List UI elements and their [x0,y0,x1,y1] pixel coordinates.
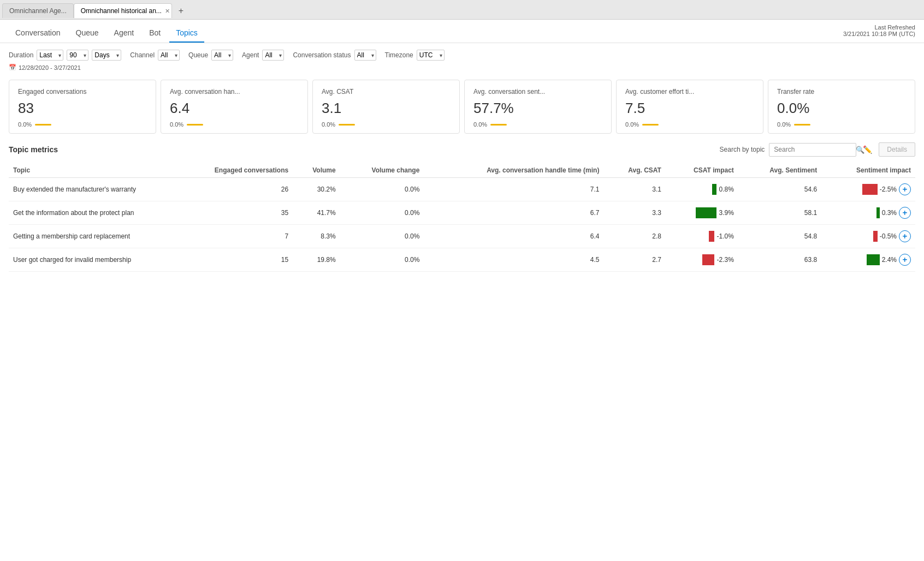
conv-status-select[interactable]: All [354,50,376,61]
avg-csat-value: 3.3 [603,201,666,225]
kpi-title-2: Avg. CSAT [322,88,451,96]
conv-status-label: Conversation status [293,51,351,59]
kpi-card-2: Avg. CSAT 3.1 0.0% [312,80,460,134]
duration-days-select[interactable]: 90 [67,50,88,61]
avg-handle-value: 6.7 [424,201,603,225]
duration-days-dropdown[interactable]: 90 [67,50,88,61]
csat-impact-value: 3.9% [719,209,733,217]
kpi-value-2: 3.1 [322,100,451,117]
engaged-value: 15 [170,248,293,272]
avg-csat-value: 2.8 [603,225,666,248]
search-box[interactable]: 🔍 [769,143,856,157]
nav-topics[interactable]: Topics [169,24,204,43]
nav-conversation[interactable]: Conversation [9,24,67,43]
topic-table: Topic Engaged conversations Volume Volum… [9,163,915,272]
volume-change-value: 0.0% [340,201,424,225]
tab-2-close[interactable]: ✕ [165,8,170,15]
kpi-bar-5 [794,124,810,126]
queue-select[interactable]: All [211,50,233,61]
kpi-footer-0: 0.0% [18,121,147,128]
tab-2[interactable]: Omnichannel historical an... ✕ [74,3,172,18]
csat-impact-cell: 0.8% [666,178,738,201]
kpi-card-1: Avg. conversation han... 6.4 0.0% [161,80,308,134]
engaged-value: 26 [170,178,293,201]
details-button[interactable]: Details [879,142,915,157]
row-action-icon-1[interactable] [899,207,911,219]
agent-dropdown[interactable]: All [262,50,284,61]
nav-bot[interactable]: Bot [143,24,167,43]
col-avg-handle: Avg. conversation handle time (min) [424,163,603,178]
engaged-value: 35 [170,201,293,225]
kpi-title-1: Avg. conversation han... [170,88,299,96]
volume-value: 19.8% [293,248,340,272]
volume-change-value: 0.0% [340,225,424,248]
row-action-icon-0[interactable] [899,183,911,195]
avg-csat-value: 3.1 [603,178,666,201]
avg-handle-value: 4.5 [424,248,603,272]
sentiment-bar-pos [876,207,880,218]
agent-filter-group: Agent All [242,50,284,61]
pen-icon[interactable]: ✏️ [861,143,874,156]
timezone-label: Timezone [385,51,413,59]
kpi-title-5: Transfer rate [777,88,906,96]
queue-dropdown[interactable]: All [211,50,233,61]
calendar-icon: 📅 [9,64,16,71]
csat-impact-cell: -1.0% [666,225,738,248]
kpi-bar-1 [187,124,203,126]
queue-filter-group: Queue All [188,50,233,61]
channel-dropdown[interactable]: All [158,50,180,61]
topic-metrics-section: Topic metrics Search by topic 🔍 ✏️ Detai… [0,138,924,276]
sentiment-impact-value: -0.5% [880,232,897,240]
volume-value: 41.7% [293,201,340,225]
row-action-icon-3[interactable] [899,254,911,266]
duration-last-select[interactable]: Last [37,50,63,61]
duration-last-dropdown[interactable]: Last [37,50,63,61]
kpi-change-3: 0.0% [473,121,487,128]
sentiment-impact-cell: -0.5% [821,225,915,248]
col-volume: Volume [293,163,340,178]
new-tab-button[interactable]: + [174,4,188,18]
kpi-value-0: 83 [18,100,147,117]
table-row: Buy extended the manufacturer's warranty… [9,178,915,201]
kpi-footer-4: 0.0% [625,121,754,128]
sentiment-bar-pos [867,254,880,265]
nav-agent[interactable]: Agent [108,24,141,43]
tab-1[interactable]: Omnichannel Age... [2,3,74,18]
kpi-change-4: 0.0% [625,121,639,128]
duration-unit-dropdown[interactable]: Days [92,50,121,61]
queue-label: Queue [188,51,208,59]
kpi-change-5: 0.0% [777,121,791,128]
avg-csat-value: 2.7 [603,248,666,272]
sentiment-impact-cell: 0.3% [821,201,915,225]
sentiment-bar-neg [873,231,878,242]
avg-sentiment-value: 54.6 [738,178,821,201]
timezone-select[interactable]: UTC [417,50,445,61]
browser-tabs: Omnichannel Age... Omnichannel historica… [0,0,924,20]
kpi-footer-3: 0.0% [473,121,602,128]
kpi-title-0: Engaged conversations [18,88,147,96]
csat-impact-value: -1.0% [716,232,733,240]
table-row: User got charged for invalid membership … [9,248,915,272]
conv-status-filter-group: Conversation status All [293,50,376,61]
agent-select[interactable]: All [262,50,284,61]
conv-status-dropdown[interactable]: All [354,50,376,61]
svg-rect-1 [904,187,905,192]
timezone-dropdown[interactable]: UTC [417,50,445,61]
channel-label: Channel [130,51,155,59]
topic-name: Get the information about the protect pl… [9,201,170,225]
nav-queue[interactable]: Queue [69,24,105,43]
csat-impact-value: -2.3% [716,256,733,264]
sentiment-impact-cell: 2.4% [821,248,915,272]
search-input[interactable] [774,146,856,153]
duration-unit-select[interactable]: Days [92,50,121,61]
csat-bar-pos [712,184,716,195]
kpi-bar-0 [35,124,51,126]
row-action-icon-2[interactable] [899,230,911,242]
channel-filter-group: Channel All [130,50,180,61]
kpi-footer-1: 0.0% [170,121,299,128]
channel-select[interactable]: All [158,50,180,61]
kpi-value-1: 6.4 [170,100,299,117]
filters-row: Duration Last 90 Days Channel All Queue … [0,43,924,63]
col-volume-change: Volume change [340,163,424,178]
volume-change-value: 0.0% [340,248,424,272]
